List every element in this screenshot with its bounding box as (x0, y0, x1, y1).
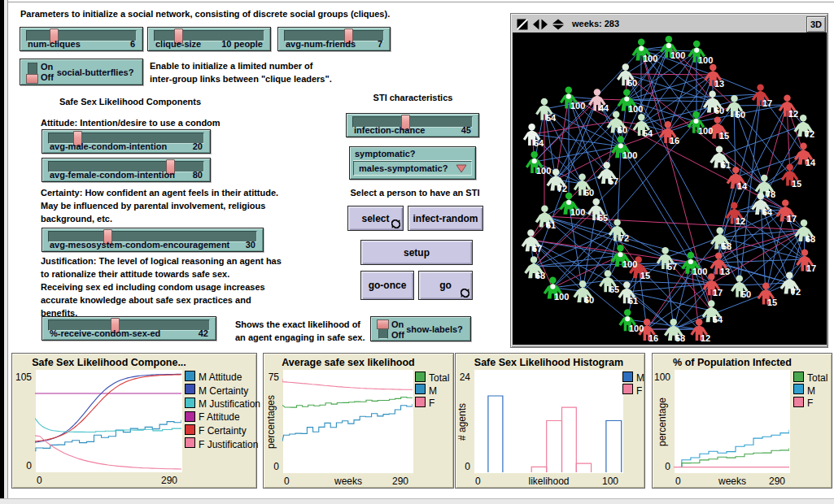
svg-text:60: 60 (584, 188, 594, 198)
svg-text:72: 72 (557, 184, 567, 193)
svg-text:100: 100 (570, 207, 585, 217)
svg-text:14: 14 (806, 158, 816, 167)
svg-text:15: 15 (792, 179, 801, 189)
svg-text:58: 58 (722, 241, 731, 251)
svg-text:100: 100 (570, 101, 585, 111)
svg-text:57: 57 (667, 262, 677, 272)
svg-text:67: 67 (532, 244, 542, 254)
svg-text:13: 13 (720, 267, 730, 276)
svg-text:57: 57 (609, 176, 618, 186)
svg-text:61: 61 (628, 296, 638, 306)
svg-text:72: 72 (805, 129, 814, 139)
svg-text:15: 15 (640, 271, 650, 280)
svg-text:12: 12 (701, 333, 710, 343)
svg-text:100: 100 (554, 292, 569, 302)
svg-text:50: 50 (736, 110, 745, 119)
svg-text:16: 16 (648, 333, 658, 343)
svg-text:16: 16 (670, 136, 679, 146)
svg-text:65: 65 (609, 285, 619, 294)
svg-text:68: 68 (535, 271, 545, 280)
svg-text:68: 68 (806, 234, 815, 244)
svg-text:65: 65 (598, 213, 608, 223)
svg-text:61: 61 (546, 220, 556, 230)
svg-text:54: 54 (713, 315, 723, 324)
svg-text:100: 100 (698, 126, 713, 136)
svg-text:54: 54 (643, 128, 653, 138)
svg-text:100: 100 (670, 50, 685, 60)
svg-text:61: 61 (721, 160, 731, 170)
svg-text:12: 12 (788, 109, 798, 119)
svg-text:100: 100 (643, 54, 657, 63)
svg-text:100: 100 (629, 324, 644, 333)
svg-text:13: 13 (714, 79, 724, 89)
svg-text:60: 60 (584, 295, 594, 305)
svg-text:17: 17 (787, 214, 797, 224)
svg-text:64: 64 (534, 138, 544, 148)
svg-text:72: 72 (619, 233, 629, 243)
svg-text:17: 17 (713, 288, 723, 298)
svg-text:60: 60 (627, 78, 637, 88)
svg-text:15: 15 (719, 131, 729, 141)
svg-text:100: 100 (622, 150, 637, 160)
svg-text:17: 17 (806, 263, 816, 273)
svg-text:78: 78 (766, 189, 775, 199)
svg-text:100: 100 (536, 166, 551, 176)
svg-text:100: 100 (622, 259, 637, 269)
svg-text:60: 60 (618, 125, 627, 135)
svg-text:100: 100 (698, 55, 713, 65)
svg-text:54: 54 (546, 113, 557, 123)
svg-text:17: 17 (762, 98, 772, 108)
svg-text:14: 14 (737, 181, 748, 191)
svg-text:12: 12 (736, 216, 745, 226)
svg-text:15: 15 (767, 298, 777, 307)
svg-text:58: 58 (675, 333, 685, 343)
svg-text:100: 100 (628, 104, 643, 114)
svg-text:64: 64 (762, 207, 773, 217)
svg-text:72: 72 (791, 287, 801, 297)
svg-text:100: 100 (692, 267, 707, 276)
svg-text:50: 50 (741, 289, 751, 299)
svg-text:60: 60 (714, 106, 724, 115)
svg-text:44: 44 (599, 103, 609, 113)
